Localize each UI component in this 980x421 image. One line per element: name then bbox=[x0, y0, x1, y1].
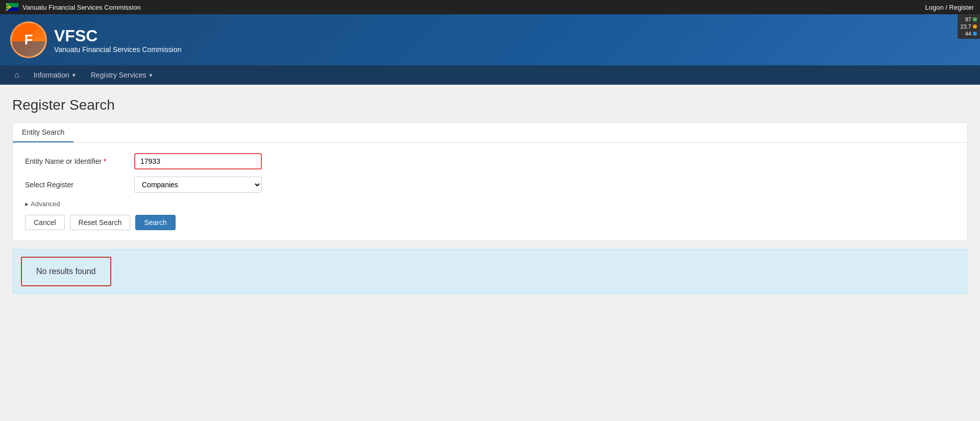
logo-icon: F bbox=[10, 21, 47, 58]
top-bar: Vanuatu Financial Services Commission Lo… bbox=[0, 0, 980, 14]
no-results-container: No results found bbox=[12, 249, 968, 294]
nav-registry-label: Registry Services bbox=[91, 71, 146, 79]
no-results-box: No results found bbox=[21, 257, 111, 286]
select-register-label: Select Register bbox=[25, 181, 127, 189]
entity-name-label: Entity Name or Identifier * bbox=[25, 157, 127, 165]
stat-dot-3 bbox=[973, 32, 977, 36]
reset-search-button[interactable]: Reset Search bbox=[70, 215, 131, 230]
logo-text: VFSC Vanuatu Financial Services Commissi… bbox=[54, 27, 182, 54]
select-register-row: Select Register Companies Partnerships B… bbox=[25, 177, 955, 193]
stat-value-3: 44 bbox=[965, 31, 971, 37]
button-row: Cancel Reset Search Search bbox=[25, 215, 955, 230]
cancel-button[interactable]: Cancel bbox=[25, 215, 65, 230]
registry-chevron-icon: ▼ bbox=[149, 72, 154, 78]
stat-dot-1 bbox=[973, 17, 977, 21]
vfsc-abbr: VFSC bbox=[54, 27, 182, 45]
search-button[interactable]: Search bbox=[135, 215, 175, 230]
search-card: Entity Search Entity Name or Identifier … bbox=[12, 122, 968, 241]
main-nav: ⌂ Information ▼ Registry Services ▼ bbox=[0, 65, 980, 85]
logon-register-link[interactable]: Logon / Register bbox=[925, 4, 974, 11]
nav-information[interactable]: Information ▼ bbox=[28, 67, 83, 83]
stat-dot-2 bbox=[973, 24, 977, 29]
tab-bar: Entity Search bbox=[13, 123, 967, 143]
advanced-row: Advanced bbox=[25, 200, 955, 208]
stat-value-2: 23.7 bbox=[961, 23, 971, 30]
org-name: Vanuatu Financial Services Commission bbox=[22, 4, 141, 11]
stat-item-1: 97 bbox=[965, 16, 977, 22]
tab-entity-search[interactable]: Entity Search bbox=[13, 123, 74, 142]
org-full-name: Vanuatu Financial Services Commission bbox=[54, 45, 182, 54]
information-chevron-icon: ▼ bbox=[71, 72, 77, 78]
entity-name-row: Entity Name or Identifier * bbox=[25, 153, 955, 169]
no-results-text: No results found bbox=[36, 267, 96, 276]
nav-information-label: Information bbox=[34, 71, 69, 79]
stat-item-3: 44 bbox=[965, 31, 977, 37]
site-header: F VFSC Vanuatu Financial Services Commis… bbox=[0, 14, 980, 65]
register-select[interactable]: Companies Partnerships Business Names In… bbox=[134, 177, 262, 193]
advanced-toggle[interactable]: Advanced bbox=[25, 200, 60, 208]
main-content: Register Search Entity Search Entity Nam… bbox=[0, 85, 980, 421]
entity-name-input[interactable] bbox=[134, 153, 262, 169]
logo-letter: F bbox=[24, 32, 33, 48]
form-body: Entity Name or Identifier * Select Regis… bbox=[13, 143, 967, 240]
stat-value-1: 97 bbox=[965, 16, 971, 22]
page-title: Register Search bbox=[12, 97, 968, 113]
nav-home[interactable]: ⌂ bbox=[8, 66, 26, 84]
vanuatu-flag-icon bbox=[6, 3, 18, 11]
logo-container: F VFSC Vanuatu Financial Services Commis… bbox=[10, 21, 182, 58]
side-stats: 97 23.7 44 bbox=[958, 14, 980, 39]
stat-item-2: 23.7 bbox=[961, 23, 977, 30]
required-indicator: * bbox=[104, 157, 106, 165]
nav-registry-services[interactable]: Registry Services ▼ bbox=[85, 67, 160, 83]
top-bar-left: Vanuatu Financial Services Commission bbox=[6, 3, 141, 11]
